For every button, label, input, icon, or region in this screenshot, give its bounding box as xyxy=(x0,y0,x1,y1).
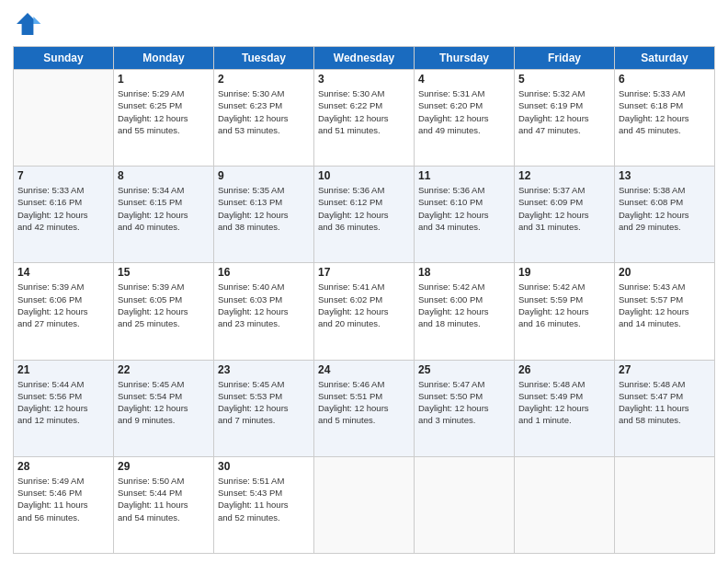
day-number: 28 xyxy=(17,460,109,473)
day-number: 5 xyxy=(518,73,610,86)
col-header-monday: Monday xyxy=(114,47,214,70)
day-info: Sunrise: 5:30 AM Sunset: 6:23 PM Dayligh… xyxy=(218,87,310,136)
day-number: 22 xyxy=(118,363,210,376)
calendar-cell: 29Sunrise: 5:50 AM Sunset: 5:44 PM Dayli… xyxy=(114,456,214,553)
day-number: 18 xyxy=(418,266,510,279)
calendar-cell xyxy=(515,456,615,553)
day-number: 13 xyxy=(619,169,711,182)
calendar-cell: 14Sunrise: 5:39 AM Sunset: 6:06 PM Dayli… xyxy=(14,263,114,360)
calendar-cell: 13Sunrise: 5:38 AM Sunset: 6:08 PM Dayli… xyxy=(615,167,715,263)
calendar-cell: 2Sunrise: 5:30 AM Sunset: 6:23 PM Daylig… xyxy=(214,70,314,167)
calendar-cell: 8Sunrise: 5:34 AM Sunset: 6:15 PM Daylig… xyxy=(114,167,214,263)
day-info: Sunrise: 5:30 AM Sunset: 6:22 PM Dayligh… xyxy=(318,87,410,136)
day-number: 10 xyxy=(318,169,410,182)
svg-marker-1 xyxy=(33,17,40,24)
day-info: Sunrise: 5:36 AM Sunset: 6:12 PM Dayligh… xyxy=(318,184,410,233)
day-number: 4 xyxy=(418,73,510,86)
day-info: Sunrise: 5:33 AM Sunset: 6:18 PM Dayligh… xyxy=(619,87,711,136)
calendar-cell: 3Sunrise: 5:30 AM Sunset: 6:22 PM Daylig… xyxy=(314,70,415,167)
day-number: 27 xyxy=(619,363,711,376)
calendar-week-row: 1Sunrise: 5:29 AM Sunset: 6:25 PM Daylig… xyxy=(14,70,715,167)
day-number: 21 xyxy=(17,363,109,376)
calendar-week-row: 14Sunrise: 5:39 AM Sunset: 6:06 PM Dayli… xyxy=(14,263,715,360)
day-number: 17 xyxy=(318,266,410,279)
day-number: 14 xyxy=(17,266,109,279)
day-info: Sunrise: 5:43 AM Sunset: 5:57 PM Dayligh… xyxy=(619,281,711,329)
calendar-cell: 7Sunrise: 5:33 AM Sunset: 6:16 PM Daylig… xyxy=(14,167,114,263)
day-number: 19 xyxy=(518,266,610,279)
day-number: 9 xyxy=(218,169,310,182)
day-number: 29 xyxy=(118,460,210,473)
day-number: 3 xyxy=(318,73,410,86)
day-number: 23 xyxy=(218,363,310,376)
day-number: 11 xyxy=(418,169,510,182)
day-info: Sunrise: 5:44 AM Sunset: 5:56 PM Dayligh… xyxy=(17,378,109,427)
calendar-cell: 21Sunrise: 5:44 AM Sunset: 5:56 PM Dayli… xyxy=(14,360,114,456)
day-number: 1 xyxy=(118,73,210,86)
day-info: Sunrise: 5:33 AM Sunset: 6:16 PM Dayligh… xyxy=(17,184,109,233)
day-info: Sunrise: 5:49 AM Sunset: 5:46 PM Dayligh… xyxy=(17,475,109,523)
day-info: Sunrise: 5:37 AM Sunset: 6:09 PM Dayligh… xyxy=(518,184,610,233)
calendar-cell: 4Sunrise: 5:31 AM Sunset: 6:20 PM Daylig… xyxy=(415,70,515,167)
day-info: Sunrise: 5:29 AM Sunset: 6:25 PM Dayligh… xyxy=(118,87,210,136)
day-info: Sunrise: 5:34 AM Sunset: 6:15 PM Dayligh… xyxy=(118,184,210,233)
day-info: Sunrise: 5:35 AM Sunset: 6:13 PM Dayligh… xyxy=(218,184,310,233)
day-number: 25 xyxy=(418,363,510,376)
day-number: 15 xyxy=(118,266,210,279)
calendar-cell: 23Sunrise: 5:45 AM Sunset: 5:53 PM Dayli… xyxy=(214,360,314,456)
calendar-cell: 27Sunrise: 5:48 AM Sunset: 5:47 PM Dayli… xyxy=(615,360,715,456)
day-info: Sunrise: 5:48 AM Sunset: 5:49 PM Dayligh… xyxy=(518,378,610,427)
day-info: Sunrise: 5:41 AM Sunset: 6:02 PM Dayligh… xyxy=(318,281,410,329)
day-info: Sunrise: 5:51 AM Sunset: 5:43 PM Dayligh… xyxy=(218,475,310,523)
day-info: Sunrise: 5:36 AM Sunset: 6:10 PM Dayligh… xyxy=(418,184,510,233)
day-number: 26 xyxy=(518,363,610,376)
day-info: Sunrise: 5:42 AM Sunset: 6:00 PM Dayligh… xyxy=(418,281,510,329)
calendar-cell: 9Sunrise: 5:35 AM Sunset: 6:13 PM Daylig… xyxy=(214,167,314,263)
calendar-cell: 26Sunrise: 5:48 AM Sunset: 5:49 PM Dayli… xyxy=(515,360,615,456)
calendar-cell xyxy=(14,70,114,167)
calendar-cell: 5Sunrise: 5:32 AM Sunset: 6:19 PM Daylig… xyxy=(515,70,615,167)
day-info: Sunrise: 5:39 AM Sunset: 6:05 PM Dayligh… xyxy=(118,281,210,329)
day-info: Sunrise: 5:45 AM Sunset: 5:53 PM Dayligh… xyxy=(218,378,310,427)
calendar-cell: 19Sunrise: 5:42 AM Sunset: 5:59 PM Dayli… xyxy=(515,263,615,360)
calendar-cell: 24Sunrise: 5:46 AM Sunset: 5:51 PM Dayli… xyxy=(314,360,415,456)
day-number: 16 xyxy=(218,266,310,279)
calendar-cell: 1Sunrise: 5:29 AM Sunset: 6:25 PM Daylig… xyxy=(114,70,214,167)
col-header-sunday: Sunday xyxy=(14,47,114,70)
day-number: 6 xyxy=(619,73,711,86)
col-header-saturday: Saturday xyxy=(615,47,715,70)
header xyxy=(13,9,715,39)
calendar-week-row: 28Sunrise: 5:49 AM Sunset: 5:46 PM Dayli… xyxy=(14,456,715,553)
day-info: Sunrise: 5:39 AM Sunset: 6:06 PM Dayligh… xyxy=(17,281,109,329)
day-info: Sunrise: 5:45 AM Sunset: 5:54 PM Dayligh… xyxy=(118,378,210,427)
calendar-cell: 20Sunrise: 5:43 AM Sunset: 5:57 PM Dayli… xyxy=(615,263,715,360)
calendar-cell: 18Sunrise: 5:42 AM Sunset: 6:00 PM Dayli… xyxy=(415,263,515,360)
day-number: 7 xyxy=(17,169,109,182)
day-info: Sunrise: 5:31 AM Sunset: 6:20 PM Dayligh… xyxy=(418,87,510,136)
day-number: 30 xyxy=(218,460,310,473)
calendar-cell: 17Sunrise: 5:41 AM Sunset: 6:02 PM Dayli… xyxy=(314,263,415,360)
day-info: Sunrise: 5:47 AM Sunset: 5:50 PM Dayligh… xyxy=(418,378,510,427)
calendar-cell: 30Sunrise: 5:51 AM Sunset: 5:43 PM Dayli… xyxy=(214,456,314,553)
day-info: Sunrise: 5:40 AM Sunset: 6:03 PM Dayligh… xyxy=(218,281,310,329)
calendar-cell: 28Sunrise: 5:49 AM Sunset: 5:46 PM Dayli… xyxy=(14,456,114,553)
calendar-cell: 15Sunrise: 5:39 AM Sunset: 6:05 PM Dayli… xyxy=(114,263,214,360)
calendar-cell: 16Sunrise: 5:40 AM Sunset: 6:03 PM Dayli… xyxy=(214,263,314,360)
day-info: Sunrise: 5:38 AM Sunset: 6:08 PM Dayligh… xyxy=(619,184,711,233)
col-header-friday: Friday xyxy=(515,47,615,70)
day-info: Sunrise: 5:50 AM Sunset: 5:44 PM Dayligh… xyxy=(118,475,210,523)
calendar-week-row: 7Sunrise: 5:33 AM Sunset: 6:16 PM Daylig… xyxy=(14,167,715,263)
col-header-tuesday: Tuesday xyxy=(214,47,314,70)
logo-icon xyxy=(13,9,42,39)
day-number: 12 xyxy=(518,169,610,182)
calendar-table: SundayMondayTuesdayWednesdayThursdayFrid… xyxy=(13,46,715,554)
day-number: 2 xyxy=(218,73,310,86)
calendar-cell: 10Sunrise: 5:36 AM Sunset: 6:12 PM Dayli… xyxy=(314,167,415,263)
day-info: Sunrise: 5:32 AM Sunset: 6:19 PM Dayligh… xyxy=(518,87,610,136)
day-number: 24 xyxy=(318,363,410,376)
day-info: Sunrise: 5:48 AM Sunset: 5:47 PM Dayligh… xyxy=(619,378,711,427)
col-header-wednesday: Wednesday xyxy=(314,47,415,70)
day-number: 8 xyxy=(118,169,210,182)
day-info: Sunrise: 5:42 AM Sunset: 5:59 PM Dayligh… xyxy=(518,281,610,329)
calendar-cell: 11Sunrise: 5:36 AM Sunset: 6:10 PM Dayli… xyxy=(415,167,515,263)
